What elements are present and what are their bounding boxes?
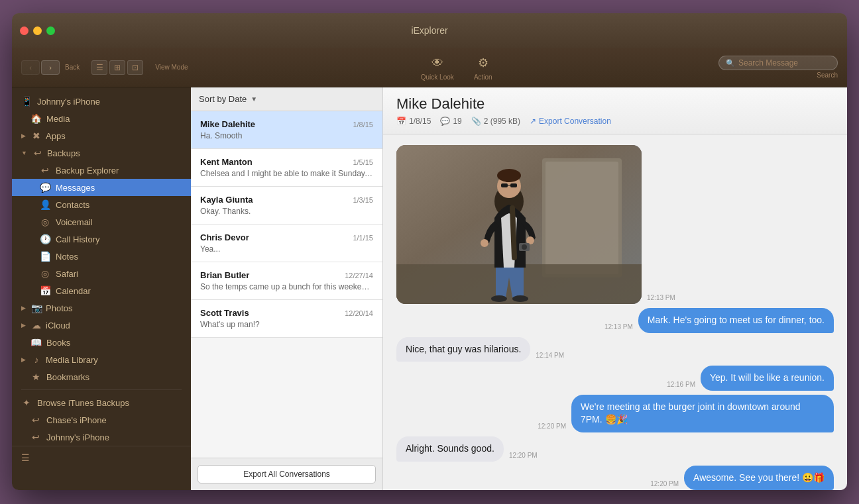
message-text-6: Awesome. See you there! 😀🎁 xyxy=(693,472,825,483)
conversation-item-mike[interactable]: Mike Dalehite 1/8/15 Ha. Smooth xyxy=(191,111,382,149)
hamburger-icon: ☰ xyxy=(21,452,30,463)
sidebar-item-icloud[interactable]: ▶ ☁ iCloud xyxy=(12,317,191,334)
conversation-item-brian[interactable]: Brian Butler 12/27/14 So the temps came … xyxy=(191,262,382,300)
minimize-button[interactable] xyxy=(33,26,42,35)
photo-time: 12:13 PM xyxy=(647,294,675,304)
back-button[interactable]: ‹ xyxy=(21,60,40,75)
maximize-button[interactable] xyxy=(46,26,55,35)
sidebar-item-chase-iphone[interactable]: ↩ Chase's iPhone xyxy=(12,411,191,428)
conv-preview-chris: Yea... xyxy=(200,244,373,254)
export-all-area: Export All Conversations xyxy=(191,458,382,490)
conv-header-brian: Brian Butler 12/27/14 xyxy=(200,270,373,280)
export-all-button[interactable]: Export All Conversations xyxy=(198,465,376,483)
action-button[interactable]: ⚙ Action xyxy=(474,54,492,81)
svg-rect-3 xyxy=(545,162,618,274)
conversation-title: Mike Dalehite xyxy=(396,95,834,113)
sidebar-item-johnny-iphone[interactable]: ↩ Johnny's iPhone xyxy=(12,428,191,446)
sidebar-item-books[interactable]: 📖 Books xyxy=(12,334,191,351)
sidebar-item-notes[interactable]: 📄 Notes xyxy=(12,248,191,265)
sidebar: 📱 Johnny's iPhone 🏠 Media ▶ ✖ Apps ▼ ↩ B… xyxy=(12,87,191,490)
conversation-item-chris[interactable]: Chris Devor 1/1/15 Yea... xyxy=(191,225,382,262)
sidebar-item-contacts[interactable]: 👤 Contacts xyxy=(12,196,191,213)
meta-message-count: 19 xyxy=(453,117,461,126)
attachment-icon: 📎 xyxy=(471,117,481,126)
grid-view-button[interactable]: ⊞ xyxy=(109,60,125,75)
messages-icon: 💬 xyxy=(40,182,50,193)
back-label: Back xyxy=(65,64,80,71)
time-1: 12:13 PM xyxy=(604,323,633,333)
conv-name-brian: Brian Butler xyxy=(200,270,249,280)
conv-date-kent: 1/5/15 xyxy=(353,158,373,166)
export-conversation-link[interactable]: ↗ Export Conversation xyxy=(530,117,611,126)
sidebar-footer[interactable]: ☰ xyxy=(12,446,191,469)
books-icon: 📖 xyxy=(30,337,41,348)
apps-icon: ✖ xyxy=(31,130,42,141)
svg-point-15 xyxy=(522,244,527,250)
quick-look-button[interactable]: 👁 Quick Look xyxy=(421,54,454,81)
sidebar-item-media[interactable]: 🏠 Media xyxy=(12,110,191,127)
sidebar-label-apps: Apps xyxy=(46,131,182,141)
sidebar-item-calendar[interactable]: 📅 Calendar xyxy=(12,282,191,299)
close-button[interactable] xyxy=(20,26,29,35)
message-text-3: Yep. It will be like a reunion. xyxy=(710,372,825,383)
icon-view-button[interactable]: ⊡ xyxy=(127,60,143,75)
conversation-item-kayla[interactable]: Kayla Giunta 1/3/15 Okay. Thanks. xyxy=(191,187,382,225)
media-icon: 🏠 xyxy=(30,113,41,124)
svg-rect-7 xyxy=(501,183,508,187)
sidebar-item-media-library[interactable]: ▶ ♪ Media Library xyxy=(12,351,191,368)
calendar-icon: 📅 xyxy=(40,285,50,296)
conv-preview-kent: Chelsea and I might be able to make it S… xyxy=(200,169,373,178)
johnny-iphone-icon: ↩ xyxy=(30,432,41,442)
calendar-meta-icon: 📅 xyxy=(396,117,406,126)
conversation-meta: 📅 1/8/15 💬 19 📎 2 (995 kB) ↗ Export Conv… xyxy=(396,117,834,126)
conv-preview-kayla: Okay. Thanks. xyxy=(200,207,373,216)
sort-button[interactable]: Sort by Date xyxy=(199,94,247,104)
message-text-1: Mark. He's going to meet us for dinner, … xyxy=(648,315,825,325)
search-input[interactable] xyxy=(738,58,830,68)
sidebar-item-safari[interactable]: ◎ Safari xyxy=(12,265,191,282)
time-3: 12:16 PM xyxy=(667,381,695,391)
sidebar-item-bookmarks[interactable]: ★ Bookmarks xyxy=(12,368,191,385)
chat-messages: 12:13 PM 12:13 PM Mark. He's going to me… xyxy=(383,134,847,490)
search-area: 🔍 Search xyxy=(718,56,838,79)
message-text-2: Nice, that guy was hilarious. xyxy=(406,344,521,354)
sidebar-item-backups[interactable]: ▼ ↩ Backups xyxy=(12,144,191,162)
sidebar-item-photos[interactable]: ▶ 📷 Photos xyxy=(12,299,191,317)
message-text-4: We're meeting at the burger joint in dow… xyxy=(581,401,801,425)
sidebar-item-backup-explorer[interactable]: ↩ Backup Explorer xyxy=(12,162,191,179)
backup-explorer-icon: ↩ xyxy=(40,165,50,176)
svg-point-16 xyxy=(491,295,507,302)
sidebar-item-browse-itunes[interactable]: ✦ Browse iTunes Backups xyxy=(12,394,191,411)
message-row-5: Alright. Sounds good. 12:20 PM xyxy=(396,436,834,462)
message-row-photo: 12:13 PM xyxy=(396,145,834,304)
message-row-2: Nice, that guy was hilarious. 12:14 PM xyxy=(396,337,834,362)
sidebar-item-messages[interactable]: 💬 Messages xyxy=(12,179,191,196)
message-text-5: Alright. Sounds good. xyxy=(406,443,494,454)
sidebar-label-contacts: Contacts xyxy=(56,200,182,210)
sidebar-item-call-history[interactable]: 🕐 Call History xyxy=(12,230,191,248)
view-mode-label: View Mode xyxy=(155,64,188,71)
messages-toolbar: Sort by Date ▼ xyxy=(191,87,382,111)
meta-attachments: 📎 2 (995 kB) xyxy=(471,117,520,126)
sidebar-label-books: Books xyxy=(46,338,182,348)
icloud-toggle-arrow: ▶ xyxy=(21,322,26,328)
sidebar-item-apps[interactable]: ▶ ✖ Apps xyxy=(12,127,191,144)
sidebar-label-messages: Messages xyxy=(56,183,182,193)
traffic-lights xyxy=(20,26,55,35)
sidebar-label-safari: Safari xyxy=(56,269,182,279)
search-input-wrap[interactable]: 🔍 xyxy=(718,56,838,70)
meta-attachment-size: 2 (995 kB) xyxy=(484,117,520,126)
conv-preview-mike: Ha. Smooth xyxy=(200,131,373,140)
conv-date-mike: 1/8/15 xyxy=(353,121,373,128)
conv-date-brian: 12/27/14 xyxy=(345,272,373,279)
list-view-button[interactable]: ☰ xyxy=(91,60,107,75)
svg-rect-8 xyxy=(510,183,517,187)
sidebar-item-voicemail[interactable]: ◎ Voicemail xyxy=(12,213,191,230)
forward-button[interactable]: › xyxy=(41,60,60,75)
time-6: 12:20 PM xyxy=(650,480,679,490)
conversation-item-scott[interactable]: Scott Travis 12/20/14 What's up man!? xyxy=(191,300,382,338)
message-row-1: 12:13 PM Mark. He's going to meet us for… xyxy=(396,308,834,333)
quick-look-label: Quick Look xyxy=(421,74,454,81)
conversation-item-kent[interactable]: Kent Manton 1/5/15 Chelsea and I might b… xyxy=(191,149,382,187)
message-row-4: 12:20 PM We're meeting at the burger joi… xyxy=(396,395,834,432)
